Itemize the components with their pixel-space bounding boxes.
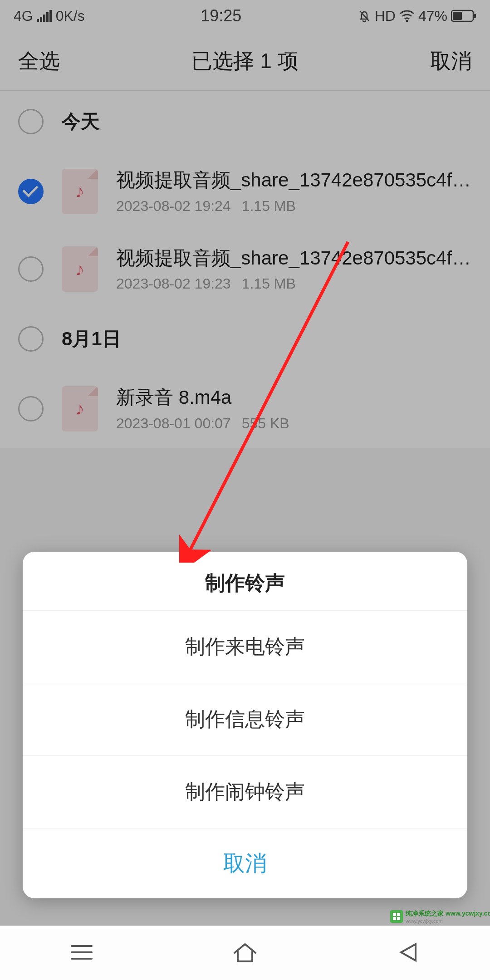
watermark: 纯净系统之家 www.ycwjxy.com www.ycwjxy.com	[390, 907, 490, 926]
svg-text:www.ycwjxy.com: www.ycwjxy.com	[405, 918, 443, 924]
svg-rect-8	[393, 917, 396, 920]
svg-rect-9	[397, 917, 400, 920]
recent-apps-button[interactable]	[67, 938, 96, 969]
ringtone-dialog: 制作铃声 制作来电铃声 制作信息铃声 制作闹钟铃声 取消	[23, 552, 467, 898]
svg-rect-6	[393, 913, 396, 916]
dialog-option-alarm[interactable]: 制作闹钟铃声	[23, 755, 467, 828]
svg-rect-5	[390, 910, 403, 923]
dialog-cancel[interactable]: 取消	[23, 828, 467, 898]
back-button[interactable]	[394, 938, 423, 969]
svg-rect-7	[397, 913, 400, 916]
home-button[interactable]	[230, 938, 260, 969]
svg-text:纯净系统之家 www.ycwjxy.com: 纯净系统之家 www.ycwjxy.com	[405, 910, 490, 917]
dialog-option-call[interactable]: 制作来电铃声	[23, 610, 467, 683]
dialog-title: 制作铃声	[23, 552, 467, 610]
system-nav-bar	[0, 926, 490, 980]
dialog-option-message[interactable]: 制作信息铃声	[23, 683, 467, 755]
